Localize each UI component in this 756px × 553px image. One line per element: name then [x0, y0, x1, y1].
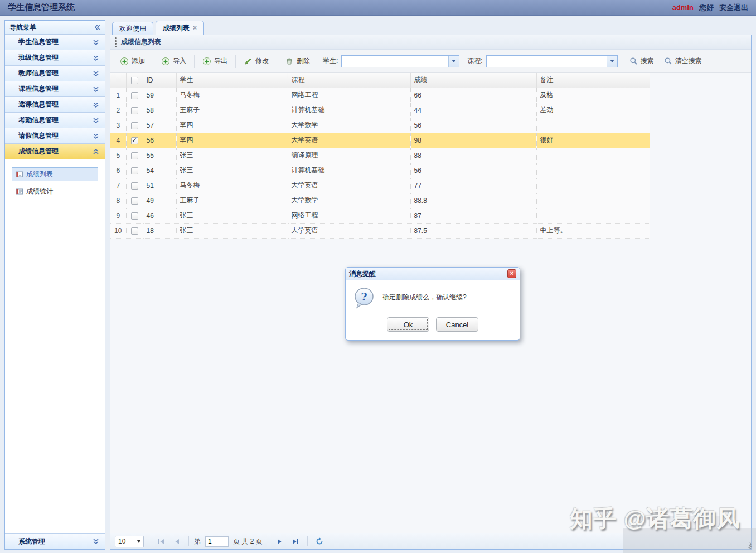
first-page-button[interactable]	[154, 535, 168, 547]
accordion-item-label: 选课信息管理	[18, 100, 59, 109]
delete-icon	[285, 57, 294, 66]
cell-student: 张三	[176, 223, 288, 238]
table-row[interactable]: 8 49 王麻子 大学数学 88.8	[110, 193, 650, 208]
column-header-student[interactable]: 学生	[176, 73, 288, 88]
sidebar-accordion-item[interactable]: 选课信息管理	[5, 97, 105, 113]
row-checkbox[interactable]	[131, 92, 138, 99]
sidebar-accordion-item[interactable]: 请假信息管理	[5, 128, 105, 144]
sidebar-accordion-item[interactable]: 班级信息管理	[5, 50, 105, 66]
sidebar-accordion-item[interactable]: 教师信息管理	[5, 66, 105, 81]
dialog-body: ? 确定删除成绩么，确认继续?	[346, 280, 520, 309]
cell-remark	[536, 193, 650, 208]
ok-button[interactable]: Ok	[387, 317, 429, 332]
row-number: 4	[110, 133, 126, 148]
row-number: 7	[110, 178, 126, 193]
column-header-remark[interactable]: 备注	[536, 73, 650, 88]
app-header: 学生信息管理系统 admin 您好 安全退出	[0, 0, 756, 16]
tabs-bar: 欢迎使用 成绩列表 ×	[110, 20, 752, 35]
import-icon	[161, 57, 170, 66]
select-all-checkbox[interactable]	[131, 77, 138, 84]
cell-course: 编译原理	[288, 148, 410, 163]
table-row[interactable]: 5 55 张三 编译原理 88	[110, 148, 650, 163]
course-combobox-input[interactable]	[487, 56, 607, 67]
edit-button[interactable]: 修改	[239, 54, 274, 69]
row-checkbox[interactable]	[131, 197, 138, 205]
table-row[interactable]: 7 51 马冬梅 大学英语 77	[110, 178, 650, 193]
clear-search-button[interactable]: 清空搜索	[659, 54, 707, 69]
button-label: 清空搜索	[675, 56, 702, 66]
row-checkbox[interactable]	[131, 122, 138, 129]
table-row[interactable]: 9 46 张三 网络工程 87	[110, 208, 650, 223]
row-checkbox[interactable]	[131, 107, 138, 114]
column-header-id[interactable]: ID	[143, 73, 176, 88]
sidebar-accordion-item[interactable]: 考勤信息管理	[5, 113, 105, 128]
sidebar-accordion-item[interactable]: 成绩信息管理	[5, 144, 105, 159]
greeting-text: 您好	[699, 3, 714, 13]
pager-separator	[307, 536, 308, 546]
datagrid: ID 学生 课程 成绩 备注 1 59 马冬梅 网络工程 66 及格 2	[110, 73, 751, 239]
row-number: 1	[110, 88, 126, 103]
last-page-button[interactable]	[289, 535, 302, 547]
row-checkbox[interactable]	[131, 152, 138, 159]
table-row[interactable]: 3 57 李四 大学数学 56	[110, 118, 650, 133]
edit-icon	[244, 57, 253, 66]
pager-separator	[149, 536, 149, 546]
table-row[interactable]: 6 54 张三 计算机基础 56	[110, 163, 650, 178]
tab-grade-list[interactable]: 成绩列表 ×	[156, 21, 204, 35]
page-number-input[interactable]	[205, 536, 229, 547]
sidebar-sub-item[interactable]: 成绩统计	[12, 185, 98, 198]
row-number: 8	[110, 193, 126, 208]
row-checkbox[interactable]	[131, 137, 138, 144]
table-row[interactable]: 10 18 张三 大学英语 87.5 中上等。	[110, 223, 650, 238]
datagrid-header: ID 学生 课程 成绩 备注	[110, 73, 650, 88]
prev-page-button[interactable]	[170, 535, 183, 547]
student-combobox-input[interactable]	[342, 56, 448, 67]
import-button[interactable]: 导入	[156, 54, 191, 69]
column-header-course[interactable]: 课程	[288, 73, 410, 88]
cell-student: 李四	[176, 118, 288, 133]
logout-link[interactable]: 安全退出	[719, 3, 748, 13]
cancel-button[interactable]: Cancel	[436, 317, 478, 332]
row-checkbox[interactable]	[131, 212, 138, 220]
chevron-double-icon	[93, 70, 99, 77]
row-checkbox[interactable]	[131, 227, 138, 235]
sidebar-sub-item[interactable]: 成绩列表	[12, 167, 98, 181]
cell-course: 网络工程	[288, 88, 410, 103]
drag-handle-icon	[115, 37, 117, 47]
column-header-score[interactable]: 成绩	[410, 73, 536, 88]
accordion-item-label: 学生信息管理	[18, 37, 59, 47]
sub-item-label: 成绩列表	[26, 169, 53, 179]
search-button[interactable]: 搜索	[624, 54, 659, 69]
row-checkbox[interactable]	[131, 182, 138, 190]
cell-student: 李四	[176, 133, 288, 148]
dialog-close-icon[interactable]: ×	[507, 269, 516, 278]
page-size-select[interactable]: 10	[115, 536, 144, 547]
cell-course: 大学英语	[288, 178, 410, 193]
row-checkbox[interactable]	[131, 167, 138, 174]
refresh-button[interactable]	[313, 535, 326, 547]
tab-close-icon[interactable]: ×	[193, 25, 197, 31]
sidebar-accordion-item[interactable]: 课程信息管理	[5, 81, 105, 97]
dialog-title-bar[interactable]: 消息提醒 ×	[346, 268, 520, 280]
chevron-down-icon[interactable]	[607, 56, 617, 67]
chevron-down-icon[interactable]	[448, 56, 459, 67]
accordion-body: 成绩列表 成绩统计	[5, 159, 105, 533]
cell-id: 54	[143, 163, 176, 178]
chevron-double-icon	[93, 39, 99, 46]
sidebar-accordion-item[interactable]: 学生信息管理	[5, 35, 105, 50]
chevron-double-icon	[93, 538, 99, 545]
table-row[interactable]: 1 59 马冬梅 网络工程 66 及格	[110, 88, 650, 103]
delete-button[interactable]: 删除	[280, 54, 315, 69]
table-row[interactable]: 4 56 李四 大学英语 98 很好	[110, 133, 650, 148]
accordion-item-label: 考勤信息管理	[18, 115, 59, 125]
export-button[interactable]: 导出	[197, 54, 232, 69]
pager-separator	[188, 536, 189, 546]
tab-welcome[interactable]: 欢迎使用	[112, 22, 153, 35]
add-button[interactable]: 添加	[115, 54, 150, 69]
next-page-button[interactable]	[273, 535, 287, 547]
collapse-sidebar-icon[interactable]	[94, 24, 100, 31]
sidebar-accordion-item[interactable]: 系统管理	[5, 533, 105, 549]
table-row[interactable]: 2 58 王麻子 计算机基础 44 差劲	[110, 103, 650, 118]
button-label: 删除	[297, 56, 310, 66]
cell-score: 87.5	[410, 223, 536, 238]
